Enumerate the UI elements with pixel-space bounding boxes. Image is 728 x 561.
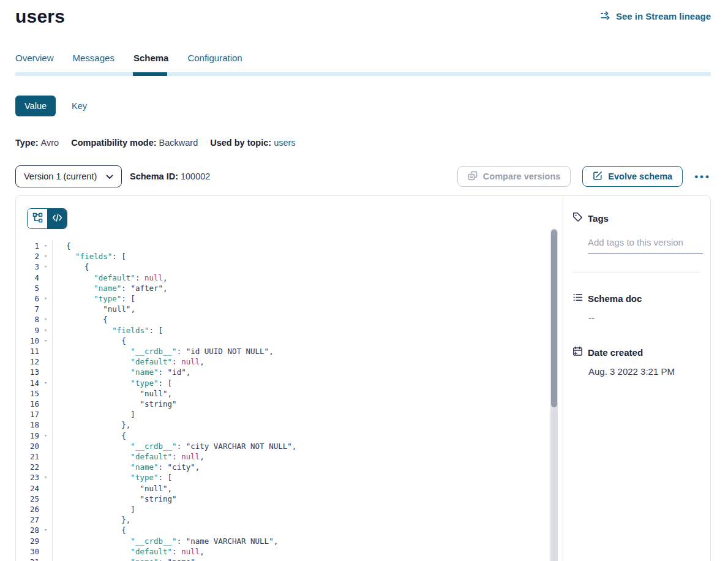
topic-link[interactable]: users (274, 138, 295, 148)
line-number: 24 (27, 483, 39, 494)
code-line: 2▾ "fields": [ (27, 251, 563, 262)
evolve-schema-label: Evolve schema (608, 171, 672, 181)
collapse-caret-icon[interactable]: ▾ (39, 431, 52, 441)
line-number: 13 (27, 367, 39, 377)
code-text: "default": null, (52, 546, 563, 557)
line-number: 26 (27, 504, 39, 514)
code-text: "type": [ (52, 378, 563, 388)
line-number: 10 (27, 336, 39, 346)
code-scrollbar-track[interactable] (550, 228, 558, 561)
code-text: }, (52, 420, 563, 430)
caret-spacer (39, 399, 52, 409)
schema-type: Type:Avro (15, 138, 59, 148)
more-options-button[interactable]: ••• (694, 171, 711, 182)
see-in-stream-lineage-link[interactable]: See in Stream lineage (600, 11, 711, 21)
code-line: 8▾ { (27, 314, 563, 325)
version-select[interactable]: Version 1 (current) (15, 165, 122, 187)
tree-view-button[interactable] (28, 209, 47, 228)
code-text: { (52, 525, 563, 535)
tab-overview[interactable]: Overview (15, 53, 54, 72)
collapse-caret-icon[interactable]: ▾ (39, 378, 52, 388)
code-line: 20 "__crdb__": "city VARCHAR NOT NULL", (27, 441, 563, 451)
caret-spacer (39, 546, 52, 557)
tags-title: Tags (588, 213, 609, 224)
line-number: 31 (27, 557, 39, 561)
sidebar-divider (572, 273, 700, 273)
collapse-caret-icon[interactable]: ▾ (39, 336, 52, 346)
caret-spacer (39, 356, 52, 367)
code-line: 22 "name": "city", (27, 462, 563, 472)
compare-versions-button[interactable]: Compare versions (457, 166, 571, 187)
line-number: 7 (27, 304, 39, 314)
tab-configuration[interactable]: Configuration (187, 53, 242, 72)
code-text: "__crdb__": "name VARCHAR NULL", (52, 536, 563, 546)
collapse-caret-icon[interactable]: ▾ (39, 241, 52, 251)
tab-underline-track (15, 72, 711, 76)
code-text: "type": [ (52, 293, 563, 304)
page-title: users (15, 6, 65, 27)
code-line: 7 "null", (27, 304, 563, 314)
line-number: 17 (27, 409, 39, 420)
code-text: ] (52, 504, 563, 514)
code-line: 4 "default": null, (27, 273, 563, 283)
code-text: "name": "after", (52, 283, 563, 293)
key-toggle-button[interactable]: Key (72, 101, 87, 111)
collapse-caret-icon[interactable]: ▾ (39, 251, 52, 262)
code-text: ] (52, 409, 563, 420)
line-number: 23 (27, 472, 39, 483)
compatibility-mode: Compatibility mode:Backward (71, 138, 198, 148)
line-number: 3 (27, 262, 39, 272)
caret-spacer (39, 494, 52, 504)
code-text: "__crdb__": "id UUID NOT NULL", (52, 346, 563, 356)
line-number: 8 (27, 314, 39, 325)
schema-id: Schema ID:100002 (130, 171, 210, 181)
tab-schema[interactable]: Schema (133, 53, 169, 72)
schema-doc-title: Schema doc (588, 293, 642, 304)
code-text: "string" (52, 494, 563, 504)
add-tags-input[interactable] (588, 237, 703, 254)
code-line: 24 "null", (27, 483, 563, 494)
code-lines: 1▾{2▾ "fields": [3▾ {4 "default": null,5… (27, 241, 563, 561)
collapse-caret-icon[interactable]: ▾ (39, 293, 52, 304)
line-number: 22 (27, 462, 39, 472)
line-number: 11 (27, 346, 39, 356)
code-text: "default": null, (52, 356, 563, 367)
schema-code-panel: 1▾{2▾ "fields": [3▾ {4 "default": null,5… (16, 196, 563, 561)
code-line: 23▾ "type": [ (27, 472, 563, 483)
caret-spacer (39, 388, 52, 399)
line-number: 27 (27, 514, 39, 525)
schema-sidebar: Tags Schema doc (563, 196, 710, 561)
topic-label: Used by topic: (210, 138, 271, 148)
collapse-caret-icon[interactable]: ▾ (39, 314, 52, 325)
line-number: 25 (27, 494, 39, 504)
code-line: 3▾ { (27, 262, 563, 272)
collapse-caret-icon[interactable]: ▾ (39, 525, 52, 535)
code-line: 1▾{ (27, 241, 563, 251)
collapse-caret-icon[interactable]: ▾ (39, 325, 52, 336)
line-number: 4 (27, 273, 39, 283)
caret-spacer (39, 283, 52, 293)
code-text: "__crdb__": "city VARCHAR NOT NULL", (52, 441, 563, 451)
value-toggle-button[interactable]: Value (15, 96, 56, 116)
compat-label: Compatibility mode: (71, 138, 156, 148)
type-label: Type: (15, 138, 39, 148)
collapse-caret-icon[interactable]: ▾ (39, 472, 52, 483)
evolve-schema-button[interactable]: Evolve schema (582, 166, 683, 187)
code-text: "null", (52, 304, 563, 314)
code-line: 21 "default": null, (27, 451, 563, 462)
tab-messages[interactable]: Messages (73, 53, 114, 72)
line-number: 9 (27, 325, 39, 336)
code-view-button[interactable] (47, 209, 67, 228)
code-text: "type": [ (52, 472, 563, 483)
code-line: 15 "null", (27, 388, 563, 399)
active-tab-indicator (133, 72, 167, 76)
collapse-caret-icon[interactable]: ▾ (39, 262, 52, 272)
caret-spacer (39, 273, 52, 283)
code-scrollbar-thumb[interactable] (551, 230, 557, 407)
compare-versions-icon (468, 171, 478, 183)
line-number: 30 (27, 546, 39, 557)
edit-square-icon (593, 171, 602, 183)
line-number: 21 (27, 451, 39, 462)
tree-view-icon (32, 213, 43, 225)
line-number: 12 (27, 356, 39, 367)
